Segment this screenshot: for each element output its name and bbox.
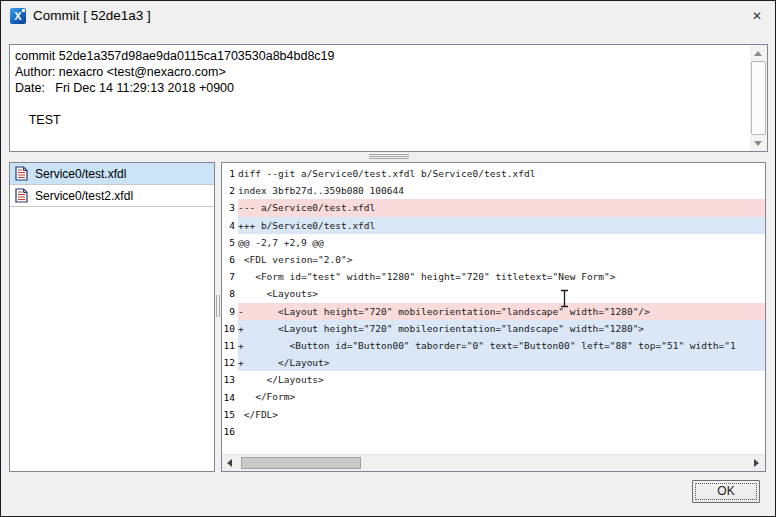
scroll-down-icon[interactable] bbox=[750, 135, 767, 151]
diff-line-text: </FDL> bbox=[238, 406, 765, 423]
diff-line: 7 <Form id="test" width="1280" height="7… bbox=[222, 268, 765, 285]
diff-line: 6 <FDL version="2.0"> bbox=[222, 251, 765, 268]
diff-line: 2index 3bfb27d..359b080 100644 bbox=[222, 182, 765, 199]
vertical-splitter-grip[interactable] bbox=[216, 295, 220, 317]
file-document-icon bbox=[15, 188, 28, 203]
diff-line: 1diff --git a/Service0/test.xfdl b/Servi… bbox=[222, 165, 765, 182]
diff-line-number: 16 bbox=[222, 426, 238, 437]
diff-line-text: --- a/Service0/test.xfdl bbox=[238, 199, 765, 216]
diff-line: 5@@ -2,7 +2,9 @@ bbox=[222, 234, 765, 251]
diff-line-number: 6 bbox=[222, 254, 238, 265]
diff-line-text: @@ -2,7 +2,9 @@ bbox=[238, 234, 765, 251]
horizontal-scroll-thumb[interactable] bbox=[241, 457, 361, 469]
scroll-right-icon[interactable] bbox=[748, 455, 765, 472]
diff-panel[interactable]: 1diff --git a/Service0/test.xfdl b/Servi… bbox=[221, 162, 766, 472]
diff-line-text: + </Layout> bbox=[238, 354, 765, 371]
title-bar[interactable]: X Commit [ 52de1a3 ] ✕ bbox=[2, 1, 776, 31]
file-list[interactable]: Service0/test.xfdlService0/test2.xfdl bbox=[9, 162, 215, 472]
diff-line-number: 9 bbox=[222, 306, 238, 317]
diff-line-number: 10 bbox=[222, 323, 238, 334]
diff-line-text: + <Layout height="720" mobileorientation… bbox=[238, 320, 765, 337]
diff-horizontal-scrollbar[interactable] bbox=[222, 454, 765, 471]
file-list-item[interactable]: Service0/test.xfdl bbox=[10, 163, 214, 185]
diff-line-number: 15 bbox=[222, 409, 238, 420]
nexacro-app-icon: X bbox=[10, 8, 26, 24]
diff-line-text: <FDL version="2.0"> bbox=[238, 251, 765, 268]
file-name: Service0/test.xfdl bbox=[35, 167, 126, 181]
diff-line: 15 </FDL> bbox=[222, 406, 765, 423]
diff-line: 11+ <Button id="Button00" taborder="0" t… bbox=[222, 337, 765, 354]
diff-line-number: 7 bbox=[222, 271, 238, 282]
file-document-icon bbox=[15, 166, 28, 181]
diff-line-text: <Form id="test" width="1280" height="720… bbox=[238, 268, 765, 285]
diff-line-number: 8 bbox=[222, 288, 238, 299]
diff-line-number: 3 bbox=[222, 202, 238, 213]
diff-line: 14 </Form> bbox=[222, 388, 765, 405]
close-icon[interactable]: ✕ bbox=[749, 8, 765, 24]
ok-button[interactable]: OK bbox=[692, 480, 760, 503]
diff-line-text: index 3bfb27d..359b080 100644 bbox=[238, 182, 765, 199]
diff-line: 9- <Layout height="720" mobileorientatio… bbox=[222, 303, 765, 320]
commit-vertical-scrollbar[interactable] bbox=[750, 45, 767, 151]
diff-line-number: 5 bbox=[222, 237, 238, 248]
diff-line: 8 <Layouts> bbox=[222, 285, 765, 302]
diff-line: 10+ <Layout height="720" mobileorientati… bbox=[222, 320, 765, 337]
diff-line: 4+++ b/Service0/test.xfdl bbox=[222, 217, 765, 234]
file-name: Service0/test2.xfdl bbox=[35, 189, 133, 203]
commit-dialog: X Commit [ 52de1a3 ] ✕ commit 52de1a357d… bbox=[0, 0, 776, 517]
diff-line: 13 </Layouts> bbox=[222, 371, 765, 388]
scroll-left-icon[interactable] bbox=[222, 455, 239, 472]
diff-line-number: 11 bbox=[222, 340, 238, 351]
diff-line-number: 2 bbox=[222, 185, 238, 196]
diff-line-text bbox=[238, 423, 765, 440]
diff-line-text: diff --git a/Service0/test.xfdl b/Servic… bbox=[238, 165, 765, 182]
diff-line-number: 1 bbox=[222, 168, 238, 179]
file-list-item[interactable]: Service0/test2.xfdl bbox=[10, 185, 214, 207]
diff-line-number: 14 bbox=[222, 392, 238, 403]
diff-lines: 1diff --git a/Service0/test.xfdl b/Servi… bbox=[222, 165, 765, 454]
commit-info-box[interactable]: commit 52de1a357d98ae9da0115ca1703530a8b… bbox=[9, 44, 768, 152]
commit-message: commit 52de1a357d98ae9da0115ca1703530a8b… bbox=[15, 48, 745, 149]
diff-line-text: - <Layout height="720" mobileorientation… bbox=[238, 303, 765, 320]
diff-line-text: +++ b/Service0/test.xfdl bbox=[238, 217, 765, 234]
window-title: Commit [ 52de1a3 ] bbox=[33, 1, 151, 31]
vertical-scroll-thumb[interactable] bbox=[751, 61, 766, 135]
diff-line-number: 13 bbox=[222, 374, 238, 385]
diff-line-text: </Layouts> bbox=[238, 371, 765, 388]
diff-line-text: </Form> bbox=[238, 388, 765, 405]
diff-line-text: + <Button id="Button00" taborder="0" tex… bbox=[238, 337, 765, 354]
horizontal-splitter-grip[interactable] bbox=[369, 154, 409, 159]
diff-line-number: 12 bbox=[222, 357, 238, 368]
scroll-up-icon[interactable] bbox=[750, 45, 767, 61]
diff-line: 3--- a/Service0/test.xfdl bbox=[222, 199, 765, 216]
diff-line: 16 bbox=[222, 423, 765, 440]
diff-line-text: <Layouts> bbox=[238, 285, 765, 302]
diff-line: 12+ </Layout> bbox=[222, 354, 765, 371]
diff-line-number: 4 bbox=[222, 220, 238, 231]
